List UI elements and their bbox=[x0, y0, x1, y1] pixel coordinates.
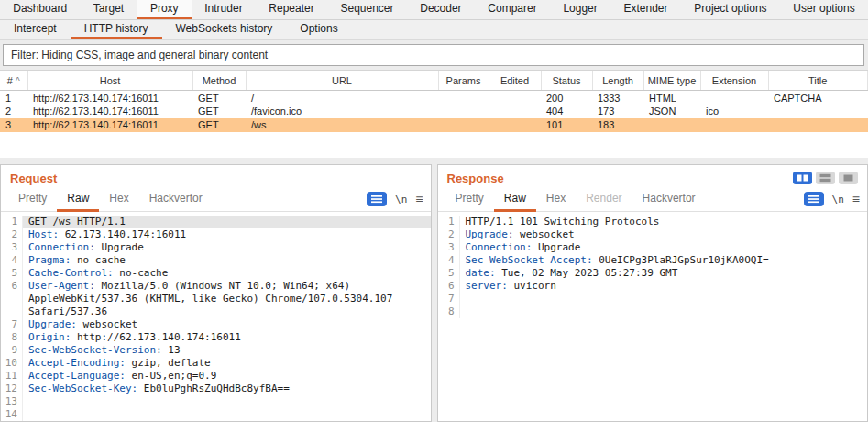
column-header-host[interactable]: Host bbox=[27, 71, 192, 91]
sub-tab-intercept[interactable]: Intercept bbox=[0, 20, 71, 39]
main-tab-sequencer[interactable]: Sequencer bbox=[327, 0, 407, 19]
line-number: 3 bbox=[438, 241, 460, 254]
line-text: Sec-WebSocket-Version: 13 bbox=[23, 344, 431, 357]
main-tab-comparer[interactable]: Comparer bbox=[475, 0, 550, 19]
line-text: Cache-Control: no-cache bbox=[23, 267, 431, 280]
editor-menu-icon[interactable]: ≡ bbox=[852, 193, 860, 205]
editor-line[interactable]: 14 bbox=[1, 408, 431, 421]
cell-url: /favicon.ico bbox=[246, 105, 438, 118]
editor-line[interactable]: 1HTTP/1.1 101 Switching Protocols bbox=[438, 216, 868, 228]
search-icon[interactable] bbox=[804, 192, 824, 206]
main-tab-extender[interactable]: Extender bbox=[610, 0, 681, 19]
response-tab-render[interactable]: Render bbox=[576, 187, 632, 212]
column-header-edited[interactable]: Edited bbox=[489, 71, 541, 91]
line-text: server: uvicorn bbox=[460, 280, 868, 293]
filter-bar[interactable]: Filter: Hiding CSS, image and general bi… bbox=[3, 44, 864, 66]
cell-mime-type: JSON bbox=[643, 105, 700, 118]
response-editor-tabs: PrettyRawHexRenderHackvertor \n ≡ bbox=[438, 187, 868, 212]
editor-line[interactable]: 9Sec-WebSocket-Version: 13 bbox=[1, 344, 431, 357]
editor-line[interactable]: 2Upgrade: websocket bbox=[438, 228, 868, 241]
sub-tab-websockets-history[interactable]: WebSockets history bbox=[162, 20, 287, 39]
main-tab-user-options[interactable]: User options bbox=[780, 0, 868, 19]
history-row-3[interactable]: 3http://62.173.140.174:16011GET/ws101183 bbox=[0, 118, 868, 132]
editor-line[interactable]: 7Upgrade: websocket bbox=[1, 318, 431, 331]
request-panel-title: Request bbox=[10, 172, 57, 185]
request-editor[interactable]: 1GET /ws HTTP/1.12Host: 62.173.140.174:1… bbox=[1, 212, 431, 421]
editor-line[interactable]: 3Connection: Upgrade bbox=[438, 241, 868, 254]
line-number: 7 bbox=[1, 318, 23, 331]
line-number: 1 bbox=[438, 216, 460, 228]
show-newlines-button[interactable]: \n bbox=[395, 194, 407, 205]
layout-side-by-side-button[interactable] bbox=[793, 172, 812, 184]
response-editor[interactable]: 1HTTP/1.1 101 Switching Protocols2Upgrad… bbox=[438, 212, 868, 421]
main-tab-target[interactable]: Target bbox=[80, 0, 137, 19]
column-header-status[interactable]: Status bbox=[541, 71, 592, 91]
show-newlines-button[interactable]: \n bbox=[832, 194, 844, 205]
editor-line[interactable]: 4Sec-WebSocket-Accept: 0UeICPg3PlaRJGpSu… bbox=[438, 254, 868, 267]
editor-line[interactable]: 8Origin: http://62.173.140.174:16011 bbox=[1, 331, 431, 344]
column-header-title[interactable]: Title bbox=[768, 71, 868, 91]
response-tab-pretty[interactable]: Pretty bbox=[445, 187, 494, 212]
main-tab-bar: DashboardTargetProxyIntruderRepeaterSequ… bbox=[0, 0, 868, 20]
line-number: 10 bbox=[1, 357, 23, 370]
editor-line[interactable]: 6User-Agent: Mozilla/5.0 (Windows NT 10.… bbox=[1, 280, 431, 293]
editor-line[interactable]: 10Accept-Encoding: gzip, deflate bbox=[1, 357, 431, 370]
search-icon[interactable] bbox=[367, 192, 387, 206]
column-header-extension[interactable]: Extension bbox=[700, 71, 768, 91]
request-tab-pretty[interactable]: Pretty bbox=[8, 187, 57, 212]
cell-title bbox=[768, 118, 868, 132]
history-row-1[interactable]: 1http://62.173.140.174:16011GET/2001333H… bbox=[0, 91, 868, 105]
response-tab-hex[interactable]: Hex bbox=[536, 187, 576, 212]
line-text: HTTP/1.1 101 Switching Protocols bbox=[460, 216, 868, 228]
layout-buttons bbox=[793, 172, 858, 184]
editor-line[interactable]: 12Sec-WebSocket-Key: Eb0luPghRsZuQHdBc8y… bbox=[1, 383, 431, 395]
cell-length: 183 bbox=[592, 118, 643, 132]
editor-line[interactable]: 5date: Tue, 02 May 2023 05:27:39 GMT bbox=[438, 267, 868, 280]
layout-stacked-button[interactable] bbox=[816, 172, 835, 184]
editor-line[interactable]: AppleWebKit/537.36 (KHTML, like Gecko) C… bbox=[1, 293, 431, 305]
main-tab-intruder[interactable]: Intruder bbox=[192, 0, 256, 19]
cell-host: http://62.173.140.174:16011 bbox=[27, 118, 192, 132]
response-tab-raw[interactable]: Raw bbox=[494, 187, 536, 212]
editor-line[interactable]: 3Connection: Upgrade bbox=[1, 241, 431, 254]
column-header-method[interactable]: Method bbox=[192, 71, 246, 91]
editor-line[interactable]: 2Host: 62.173.140.174:16011 bbox=[1, 228, 431, 241]
cell-params bbox=[438, 105, 489, 118]
editor-line[interactable]: 6server: uvicorn bbox=[438, 280, 868, 293]
response-tab-hackvertor[interactable]: Hackvertor bbox=[632, 187, 706, 212]
editor-line[interactable]: 5Cache-Control: no-cache bbox=[1, 267, 431, 280]
table-header-row: #^HostMethodURLParamsEditedStatusLengthM… bbox=[0, 71, 868, 91]
editor-line[interactable]: Safari/537.36 bbox=[1, 305, 431, 318]
main-tab-logger[interactable]: Logger bbox=[550, 0, 610, 19]
column-header-mime-type[interactable]: MIME type bbox=[643, 71, 700, 91]
editor-menu-icon[interactable]: ≡ bbox=[415, 193, 423, 205]
history-row-2[interactable]: 2http://62.173.140.174:16011GET/favicon.… bbox=[0, 105, 868, 118]
column-header-url[interactable]: URL bbox=[246, 71, 438, 91]
cell-title bbox=[768, 105, 868, 118]
request-tab-hex[interactable]: Hex bbox=[99, 187, 138, 212]
sub-tab-http-history[interactable]: HTTP history bbox=[71, 20, 162, 39]
column-header-number[interactable]: #^ bbox=[0, 71, 27, 91]
main-tab-decoder[interactable]: Decoder bbox=[407, 0, 475, 19]
main-tab-proxy[interactable]: Proxy bbox=[137, 0, 192, 19]
cell-length: 1333 bbox=[592, 91, 643, 105]
request-tab-hackvertor[interactable]: Hackvertor bbox=[139, 187, 213, 212]
line-text bbox=[460, 305, 868, 318]
editor-line[interactable]: 11Accept-Language: en-US,en;q=0.9 bbox=[1, 370, 431, 383]
cell-host: http://62.173.140.174:16011 bbox=[27, 91, 192, 105]
editor-line[interactable]: 8 bbox=[438, 305, 868, 318]
column-header-params[interactable]: Params bbox=[438, 71, 489, 91]
cell-method: GET bbox=[192, 118, 246, 132]
editor-line[interactable]: 7 bbox=[438, 293, 868, 305]
editor-line[interactable]: 1GET /ws HTTP/1.1 bbox=[1, 216, 431, 228]
sub-tab-options[interactable]: Options bbox=[286, 20, 351, 39]
layout-single-pane-button[interactable] bbox=[839, 172, 858, 184]
editor-line[interactable]: 4Pragma: no-cache bbox=[1, 254, 431, 267]
main-tab-project-options[interactable]: Project options bbox=[681, 0, 780, 19]
main-tab-repeater[interactable]: Repeater bbox=[256, 0, 327, 19]
column-header-length[interactable]: Length bbox=[592, 71, 643, 91]
cell-host: http://62.173.140.174:16011 bbox=[27, 105, 192, 118]
main-tab-dashboard[interactable]: Dashboard bbox=[0, 0, 80, 19]
editor-line[interactable]: 13 bbox=[1, 395, 431, 408]
request-tab-raw[interactable]: Raw bbox=[57, 187, 99, 212]
